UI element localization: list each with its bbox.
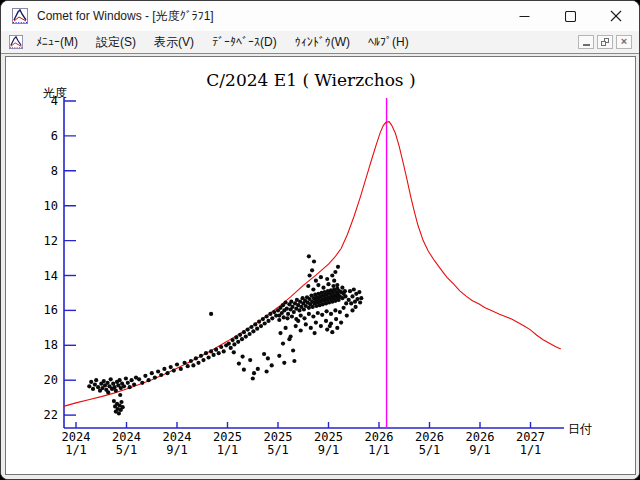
y-tick-label: 6	[51, 129, 58, 143]
x-tick-label-day: 9/1	[469, 443, 491, 457]
window-title: Comet for Windows - [光度ｸﾞﾗﾌ1]	[37, 8, 214, 25]
mdi-close-icon: ×	[621, 36, 627, 47]
x-tick-label-year: 2024	[62, 430, 91, 444]
menu-item-menu[interactable]: ﾒﾆｭｰ(M)	[27, 33, 87, 51]
minimize-icon	[519, 11, 530, 22]
y-tick-label: 16	[44, 303, 58, 317]
x-tick-label-day: 1/1	[520, 443, 542, 457]
close-icon	[610, 10, 622, 22]
light-curve-plot: C/2024 E1 ( Wierzchos )46810121416182022…	[6, 57, 635, 474]
observation-points	[87, 254, 363, 415]
mdi-minimize-button[interactable]	[578, 35, 594, 49]
menu-bar: ﾒﾆｭｰ(M)設定(S)表示(V)ﾃﾞｰﾀﾍﾞｰｽ(D)ｳｨﾝﾄﾞｳ(W)ﾍﾙﾌ…	[1, 31, 639, 54]
mdi-minimize-icon	[583, 44, 590, 46]
minimize-button[interactable]	[501, 1, 547, 31]
mdi-restore-button[interactable]	[597, 35, 613, 49]
x-tick-label-year: 2026	[415, 430, 444, 444]
menu-item-help[interactable]: ﾍﾙﾌﾟ(H)	[359, 33, 418, 51]
mdi-window-buttons: ×	[578, 35, 632, 49]
mdi-system-menu-icon light-curve-icon[interactable]	[9, 35, 23, 49]
close-button[interactable]	[593, 1, 639, 31]
chart-title: C/2024 E1 ( Wierzchos )	[206, 70, 415, 90]
y-tick-label: 18	[44, 338, 58, 352]
x-tick-label-year: 2026	[365, 430, 394, 444]
mdi-restore-icon	[601, 38, 609, 46]
client-area: C/2024 E1 ( Wierzchos )46810121416182022…	[1, 55, 639, 479]
app-icon light-curve-icon	[12, 8, 28, 24]
maximize-icon	[565, 11, 576, 22]
menu-items: ﾒﾆｭｰ(M)設定(S)表示(V)ﾃﾞｰﾀﾍﾞｰｽ(D)ｳｨﾝﾄﾞｳ(W)ﾍﾙﾌ…	[27, 32, 418, 53]
mdi-close-button[interactable]: ×	[616, 35, 632, 49]
x-tick-label-year: 2025	[264, 430, 293, 444]
x-tick-label-day: 1/1	[368, 443, 390, 457]
app-window: Comet for Windows - [光度ｸﾞﾗﾌ1] ﾒﾆｭｰ(M)設定(…	[0, 0, 640, 480]
menu-item-database[interactable]: ﾃﾞｰﾀﾍﾞｰｽ(D)	[203, 33, 286, 51]
title-bar: Comet for Windows - [光度ｸﾞﾗﾌ1]	[1, 1, 639, 31]
y-tick-label: 22	[44, 408, 58, 422]
x-axis-label: 日付	[568, 422, 592, 436]
maximize-button[interactable]	[547, 1, 593, 31]
x-tick-label-day: 5/1	[419, 443, 441, 457]
x-tick-label-day: 9/1	[166, 443, 188, 457]
y-tick-label: 12	[44, 234, 58, 248]
x-tick-label-day: 1/1	[217, 443, 239, 457]
y-tick-label: 8	[51, 164, 58, 178]
x-tick-label-year: 2027	[516, 430, 545, 444]
x-tick-label-year: 2025	[213, 430, 242, 444]
y-tick-label: 20	[44, 373, 58, 387]
chart-canvas light-curve-chart: C/2024 E1 ( Wierzchos )46810121416182022…	[5, 56, 636, 475]
menu-item-view[interactable]: 表示(V)	[145, 32, 203, 53]
y-tick-label: 14	[44, 269, 58, 283]
x-tick-label-year: 2024	[112, 430, 141, 444]
menu-item-settings[interactable]: 設定(S)	[87, 32, 145, 53]
x-tick-label-year: 2025	[314, 430, 343, 444]
caption-buttons	[501, 1, 639, 31]
x-tick-label-day: 1/1	[65, 443, 87, 457]
x-tick-label-day: 9/1	[318, 443, 340, 457]
y-tick-label: 10	[44, 199, 58, 213]
predicted-light-curve	[63, 122, 560, 407]
x-tick-label-day: 5/1	[267, 443, 289, 457]
x-tick-label-year: 2024	[163, 430, 192, 444]
x-tick-label-year: 2026	[466, 430, 495, 444]
menu-item-window[interactable]: ｳｨﾝﾄﾞｳ(W)	[286, 33, 359, 51]
y-axis-label: 光度	[43, 86, 67, 100]
x-tick-label-day: 5/1	[116, 443, 138, 457]
